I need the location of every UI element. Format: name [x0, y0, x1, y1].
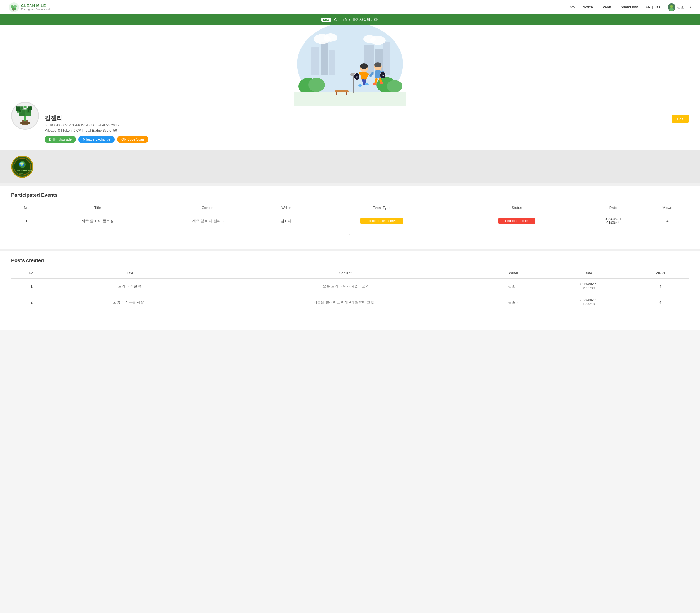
- profile-address: 0x91883498B05871354d41537ECDEf3aEAE58b23…: [44, 123, 689, 127]
- pcol-writer: Writer: [483, 268, 545, 278]
- svg-rect-66: [28, 110, 29, 112]
- edit-button[interactable]: Edit: [672, 115, 689, 123]
- posts-section: Posts created No. Title Content Writer D…: [0, 251, 700, 330]
- svg-point-22: [387, 80, 402, 92]
- pcol-no: No.: [11, 268, 52, 278]
- col-status: Status: [454, 203, 580, 213]
- pixel-plant-icon: [13, 103, 38, 128]
- announcement-text: Clean Mile 공지사항입니다.: [334, 17, 379, 22]
- posts-table-body: 1 드라마 추천 중 요즘 드라마 뭐가 재있어요? 김젤리 2023-08-1…: [11, 278, 689, 310]
- col-writer: Writer: [263, 203, 310, 213]
- col-title: Title: [42, 203, 153, 213]
- svg-point-18: [364, 35, 376, 43]
- logo-text: CLEAN MILE Ecology and Environment: [21, 4, 50, 11]
- svg-rect-27: [353, 75, 354, 93]
- user-avatar-small: [668, 3, 675, 11]
- svg-rect-42: [375, 70, 381, 78]
- pcol-views: Views: [632, 268, 689, 278]
- dnft-upgrade-button[interactable]: DNFT Upgrade: [44, 136, 76, 143]
- hero-illustration: ♻ ♻: [294, 25, 406, 106]
- events-table: No. Title Content Writer Event Type Stat…: [11, 203, 689, 229]
- table-row[interactable]: 1 제주 앞 바다 플로깅 제주 앞 바다 살리... 김바다 First co…: [11, 213, 689, 229]
- posts-pagination[interactable]: 1: [11, 310, 689, 323]
- cell-title[interactable]: 제주 앞 바다 플로깅: [42, 213, 153, 229]
- cell-date: 2023-08-11 03:25:13: [545, 295, 632, 310]
- announcement-banner: New Clean Mile 공지사항입니다.: [0, 14, 700, 25]
- posts-title: Posts created: [11, 258, 689, 263]
- svg-rect-63: [16, 106, 17, 108]
- table-row[interactable]: 2 고양이 키우는 사람... 이름은 젤리이고 이제 4개월밖에 안됐... …: [11, 295, 689, 310]
- logo-area: CLEAN MILE Ecology and Environment: [9, 2, 50, 12]
- svg-point-45: [373, 83, 377, 85]
- svg-rect-65: [20, 110, 21, 112]
- cell-event-type: First come, first served: [310, 213, 454, 229]
- svg-text:🌍: 🌍: [19, 161, 25, 167]
- nav-community[interactable]: Community: [620, 5, 638, 9]
- cell-writer: 김젤리: [483, 278, 545, 295]
- events-pagination[interactable]: 1: [11, 229, 689, 242]
- badge-icon: 🌍 ENVIRONMENT BADGE: [11, 156, 34, 178]
- svg-rect-53: [20, 122, 30, 124]
- svg-text:ENVIRONMENT: ENVIRONMENT: [17, 169, 34, 172]
- events-title: Participated Events: [11, 192, 689, 198]
- nav-notice[interactable]: Notice: [583, 5, 593, 9]
- posts-table-header: No. Title Content Writer Date Views: [11, 268, 689, 278]
- logo-icon: [9, 2, 19, 12]
- svg-rect-23: [294, 92, 406, 106]
- main-nav: Info Notice Events Community EN | KO 김젤리…: [569, 3, 691, 11]
- nav-lang: EN | KO: [646, 5, 660, 9]
- pcol-content: Content: [208, 268, 483, 278]
- pcol-date: Date: [545, 268, 632, 278]
- cell-writer: 김젤리: [483, 295, 545, 310]
- svg-text:BADGE: BADGE: [20, 172, 26, 174]
- cell-title[interactable]: 드라마 추천 중: [52, 278, 208, 295]
- svg-point-20: [308, 78, 325, 92]
- profile-stats: Mileage: 0 | Token: 0 CM | Total Badge S…: [44, 129, 689, 132]
- svg-rect-4: [13, 8, 14, 11]
- svg-rect-9: [311, 47, 319, 75]
- nav-info[interactable]: Info: [569, 5, 575, 9]
- events-section: Participated Events No. Title Content Wr…: [0, 186, 700, 249]
- cell-title[interactable]: 고양이 키우는 사람...: [52, 295, 208, 310]
- nav-events[interactable]: Events: [601, 5, 612, 9]
- lang-sep: |: [652, 5, 653, 9]
- svg-rect-62: [24, 106, 27, 108]
- mileage-exchange-button[interactable]: Mileage Exchange: [78, 136, 115, 143]
- svg-point-35: [365, 83, 369, 86]
- svg-point-16: [323, 34, 338, 42]
- badge-section: 🌍 ENVIRONMENT BADGE: [0, 150, 700, 183]
- pcol-title: Title: [52, 268, 208, 278]
- posts-header-row: No. Title Content Writer Date Views: [11, 268, 689, 278]
- cell-views: 4: [632, 278, 689, 295]
- table-row[interactable]: 1 드라마 추천 중 요즘 드라마 뭐가 재있어요? 김젤리 2023-08-1…: [11, 278, 689, 295]
- lang-en[interactable]: EN: [646, 5, 651, 9]
- cell-date: 2023-08-11 04:51:33: [545, 278, 632, 295]
- svg-point-30: [360, 63, 368, 69]
- cell-views: 4: [632, 295, 689, 310]
- col-views: Views: [646, 203, 689, 213]
- cell-no: 2: [11, 295, 52, 310]
- cell-content: 제주 앞 바다 살리...: [153, 213, 263, 229]
- svg-rect-25: [336, 92, 338, 95]
- chevron-down-icon: ▾: [690, 5, 691, 9]
- profile-row: 김젤리 0x91883498B05871354d41537ECDEf3aEAE5…: [11, 113, 689, 143]
- new-badge: New: [321, 18, 331, 22]
- cell-no: 1: [11, 213, 42, 229]
- lang-ko[interactable]: KO: [654, 5, 660, 9]
- svg-point-0: [9, 2, 19, 12]
- profile-info: 김젤리 0x91883498B05871354d41537ECDEf3aEAE5…: [44, 113, 689, 143]
- svg-rect-14: [383, 42, 390, 75]
- svg-point-41: [374, 62, 381, 67]
- event-type-badge: First come, first served: [360, 218, 403, 224]
- posts-table: No. Title Content Writer Date Views 1 드라…: [11, 268, 689, 310]
- svg-text:♻: ♻: [356, 75, 358, 78]
- svg-rect-26: [346, 92, 347, 95]
- profile-buttons: DNFT Upgrade Mileage Exchange QR Code Sc…: [44, 136, 689, 143]
- profile-avatar: [11, 102, 39, 130]
- logo-name: CLEAN MILE: [21, 4, 50, 8]
- user-menu[interactable]: 김젤리 ▾: [668, 3, 691, 11]
- qr-code-button[interactable]: QR Code Scan: [117, 136, 149, 143]
- cell-no: 1: [11, 278, 52, 295]
- svg-point-7: [670, 8, 674, 11]
- cell-views: 4: [646, 213, 689, 229]
